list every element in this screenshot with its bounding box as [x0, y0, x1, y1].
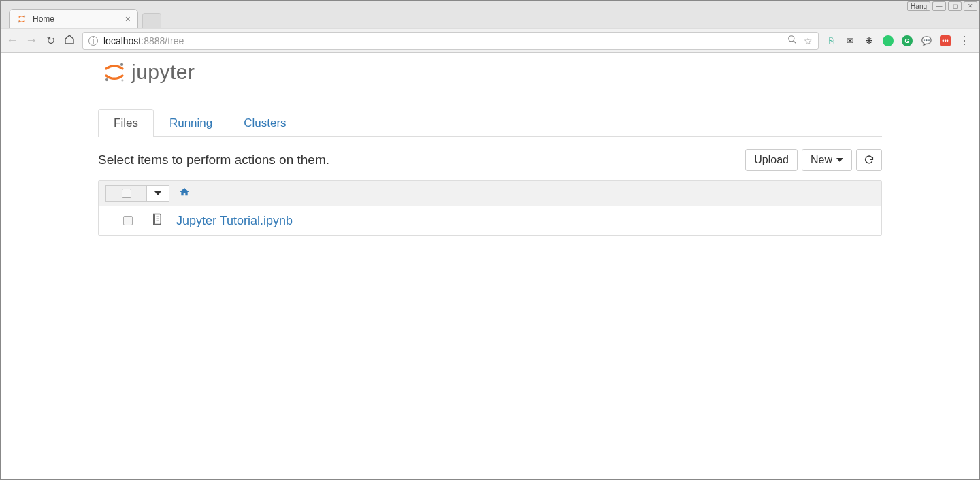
select-all-dropdown[interactable]: [147, 186, 169, 201]
select-all-group: [105, 185, 169, 202]
back-button[interactable]: ←: [6, 33, 18, 48]
notebook-icon: [152, 213, 163, 228]
lastpass-icon[interactable]: •••: [940, 35, 951, 46]
url-rest: :8888/tree: [141, 35, 184, 46]
file-list: Jupyter Tutorial.ipynb: [98, 180, 882, 236]
file-list-header: [99, 181, 881, 206]
svg-point-4: [120, 63, 123, 65]
tab-files[interactable]: Files: [98, 109, 154, 137]
jupyter-header: jupyter: [1, 53, 979, 91]
reload-button[interactable]: ↻: [44, 34, 56, 47]
action-hint: Select items to perform actions on them.: [98, 153, 329, 167]
extension-strip: ⎘ ✉ ❋ G 💬 ••• ⋮: [826, 34, 974, 47]
tab-clusters[interactable]: Clusters: [228, 109, 301, 137]
jupyter-logo[interactable]: jupyter: [103, 61, 195, 84]
svg-point-1: [18, 21, 20, 22]
evernote-icon[interactable]: ❋: [864, 35, 875, 46]
file-row-checkbox[interactable]: [123, 216, 133, 225]
jupyter-logo-icon: [103, 61, 126, 84]
hang-indicator: Hang: [907, 1, 930, 11]
new-button-label: New: [811, 154, 832, 166]
jupyter-wordmark: jupyter: [131, 61, 195, 84]
chat-icon[interactable]: 💬: [921, 35, 932, 46]
refresh-button[interactable]: [856, 149, 882, 171]
window-maximize-button[interactable]: ◻: [948, 1, 962, 11]
caret-down-icon: [154, 191, 161, 195]
bookmark-star-icon[interactable]: ☆: [804, 35, 813, 46]
caret-down-icon: [836, 158, 843, 162]
url-host: localhost: [103, 35, 141, 46]
browser-tab-home[interactable]: Home ×: [9, 9, 138, 28]
site-info-icon[interactable]: i: [88, 36, 98, 46]
file-link[interactable]: Jupyter Tutorial.ipynb: [176, 214, 293, 228]
browser-toolbar: ← → ↻ i localhost:8888/tree ☆ ⎘ ✉ ❋ G 💬 …: [1, 28, 979, 52]
extension-icon-1[interactable]: ⎘: [826, 35, 836, 46]
home-button[interactable]: [63, 34, 76, 48]
upload-button[interactable]: Upload: [745, 149, 798, 171]
tab-title: Home: [33, 14, 54, 24]
window-minimize-button[interactable]: —: [932, 1, 946, 11]
browser-chrome: Home × ← → ↻ i localhost:8888/tree ☆ ⎘ ✉…: [1, 1, 979, 53]
grammarly-icon[interactable]: G: [902, 35, 913, 46]
mail-icon[interactable]: ✉: [845, 35, 855, 46]
jupyter-tabs: Files Running Clusters: [98, 109, 882, 137]
window-controls: Hang — ◻ ✕: [907, 1, 977, 11]
file-row: Jupyter Tutorial.ipynb: [99, 206, 881, 235]
jupyter-content: Files Running Clusters Select items to p…: [98, 109, 882, 249]
tab-running[interactable]: Running: [154, 109, 228, 137]
breadcrumb-home-icon[interactable]: [179, 187, 190, 200]
zoom-icon[interactable]: [787, 35, 797, 46]
svg-point-5: [105, 78, 108, 80]
svg-point-2: [789, 36, 794, 42]
extension-icon-dot[interactable]: [883, 35, 894, 46]
tab-close-button[interactable]: ×: [125, 14, 131, 24]
tab-strip: Home ×: [1, 1, 979, 28]
action-row: Select items to perform actions on them.…: [98, 149, 882, 171]
svg-line-3: [794, 41, 796, 44]
svg-point-6: [121, 79, 123, 81]
svg-point-0: [24, 15, 26, 16]
new-tab-button[interactable]: [142, 13, 161, 28]
jupyter-favicon: [16, 14, 27, 25]
refresh-icon: [864, 155, 875, 165]
address-bar[interactable]: i localhost:8888/tree ☆: [82, 32, 819, 50]
browser-menu-button[interactable]: ⋮: [959, 34, 970, 47]
new-dropdown-button[interactable]: New: [802, 149, 852, 171]
forward-button[interactable]: →: [25, 33, 37, 48]
select-all-checkbox[interactable]: [122, 189, 131, 198]
window-close-button[interactable]: ✕: [964, 1, 977, 11]
